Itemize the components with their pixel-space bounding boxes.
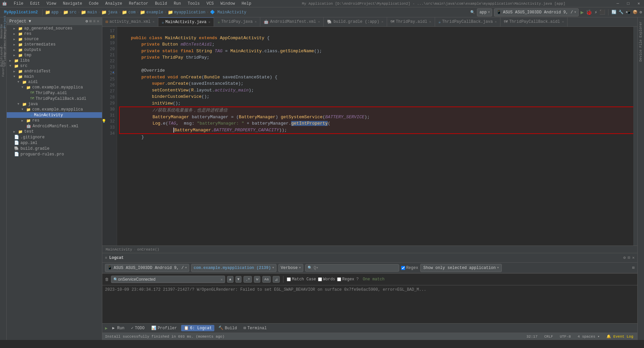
- logcat-settings-icon[interactable]: ⚙: [623, 255, 626, 260]
- tree-item-intermediates[interactable]: ▶ 📁 intermediates: [7, 42, 102, 47]
- menu-navigate[interactable]: Navigate: [61, 1, 84, 7]
- minimize-button[interactable]: ─: [614, 1, 621, 6]
- device-dropdown[interactable]: 📱 ASUS ASUS_I003DD Android 9, / ▼: [494, 8, 578, 16]
- menu-edit[interactable]: Edit: [29, 1, 41, 7]
- match-case-label[interactable]: Match Case: [287, 277, 316, 282]
- code-content[interactable]: public class MainActivity extends AppCom…: [117, 27, 633, 246]
- gradle-sync-button[interactable]: 🔧: [619, 10, 624, 15]
- tab-mainactivity-java[interactable]: ☕ MainActivity.java ✕: [158, 17, 214, 26]
- menu-help[interactable]: Help: [240, 1, 253, 7]
- words-checkbox[interactable]: [318, 277, 322, 281]
- close-button[interactable]: ✕: [636, 1, 642, 6]
- logcat-layout-icon[interactable]: ⊞: [632, 265, 635, 270]
- tab-androidmanifest-xml[interactable]: 🤖 AndroidManifest.xml ✕: [260, 17, 324, 26]
- right-tab-device-file[interactable]: Device File Explorer: [638, 19, 644, 64]
- regex-checkbox[interactable]: [401, 266, 405, 270]
- tree-item-thridpaycallback-aidl[interactable]: 🗺 ThridPayCallBack.aidl: [7, 96, 102, 101]
- run-button[interactable]: ▶: [581, 9, 584, 16]
- menu-vcs[interactable]: VCS: [205, 1, 215, 7]
- sdk-manager-button[interactable]: 📦: [633, 10, 638, 15]
- menu-run[interactable]: Run: [172, 1, 182, 7]
- tree-item-outputs[interactable]: ▶ 📁 outputs: [7, 47, 102, 53]
- tab-close[interactable]: ✕: [318, 20, 320, 24]
- breadcrumb-mainactivity[interactable]: MainActivity: [106, 248, 132, 252]
- scroll-gutter[interactable]: [633, 27, 637, 246]
- help-icon[interactable]: ?: [356, 277, 359, 282]
- project-expand-icon[interactable]: ≡: [93, 19, 96, 24]
- tree-item-source[interactable]: ▶ 📁 source: [7, 37, 102, 42]
- logcat-device-dropdown[interactable]: 📱 ASUS ASUS_I003DD Android 9, / ▼: [105, 264, 189, 272]
- tree-item-libs[interactable]: ▶ 📁 libs: [7, 58, 102, 63]
- menu-tools[interactable]: Tools: [186, 1, 201, 7]
- search-everywhere-icon[interactable]: 🔍: [470, 10, 475, 14]
- settings-button[interactable]: ⚙: [640, 10, 642, 15]
- match-case-toggle-btn[interactable]: Aa: [262, 276, 271, 283]
- project-layout-icon[interactable]: ⊞: [89, 19, 92, 24]
- tree-item-com-java[interactable]: ▼ 📁 com.example.myapplica: [7, 107, 102, 112]
- tree-item-mainactivity[interactable]: ☕ MainActivity: [7, 112, 102, 118]
- avd-button[interactable]: 📲: [626, 10, 631, 15]
- tree-item-thridpay-aidl[interactable]: 🗺 ThridPay.aidl: [7, 90, 102, 96]
- regex-match-btn[interactable]: .*: [244, 276, 252, 283]
- tree-item-ap-generated[interactable]: ▶ 📁 ap_generated_sources: [7, 26, 102, 31]
- tree-item-proguard[interactable]: 📄 proguard-rules.pro: [7, 151, 102, 157]
- tree-item-res-main[interactable]: ▶ 📁 res: [7, 118, 102, 123]
- breadcrumb-main[interactable]: main: [87, 10, 97, 15]
- filter-clear-icon[interactable]: ✕: [220, 277, 223, 282]
- event-log-button[interactable]: 🔔 Event Log: [605, 334, 635, 339]
- tab-close[interactable]: ✕: [495, 20, 497, 24]
- tab-activity-main-xml[interactable]: ⊡ activity_main.xml ✕: [102, 17, 158, 26]
- logcat-level-dropdown[interactable]: Verbose ▼: [278, 264, 303, 272]
- tree-item-main[interactable]: ▼ 📁 main: [7, 74, 102, 79]
- maximize-button[interactable]: □: [625, 1, 632, 6]
- app-dropdown[interactable]: app ▼: [477, 8, 492, 16]
- terminal-btn[interactable]: ⊡ Terminal: [241, 325, 269, 331]
- status-line-ending[interactable]: CRLF: [543, 335, 554, 339]
- logcat-pin-icon[interactable]: ≡: [105, 256, 107, 260]
- menu-refactor[interactable]: Refactor: [127, 1, 150, 7]
- logcat-search-box[interactable]: 🔍 Q▾: [305, 264, 399, 272]
- regex-label-search[interactable]: Regex: [337, 277, 354, 282]
- tree-item-aidl[interactable]: ▼ 📁 aidl: [7, 79, 102, 85]
- tree-item-res[interactable]: ▶ 📁 res: [7, 31, 102, 37]
- tree-item-com-aidl[interactable]: ▼ 📁 com.example.myapplica: [7, 85, 102, 90]
- logcat-maximize-icon[interactable]: ⊡: [628, 255, 630, 260]
- tree-item-gitignore[interactable]: 📄 .gitignore: [7, 134, 102, 140]
- tab-thridpaycallback-aidl[interactable]: 🗺 ThridPayCallBack.aidl ✕: [500, 17, 568, 26]
- breadcrumb-example[interactable]: example: [146, 10, 163, 15]
- sync-button[interactable]: 🔄: [611, 10, 616, 15]
- code-editor[interactable]: 17 18 19 20 21 22 23 24 ● 25 26 27 28 29…: [102, 27, 637, 246]
- tab-close[interactable]: ✕: [208, 20, 210, 24]
- left-tab-favorites[interactable]: Favorites: [0, 66, 6, 72]
- todo-btn[interactable]: ✓ TODO: [128, 325, 147, 331]
- show-only-btn[interactable]: Show only selected application ▼: [420, 264, 502, 272]
- run-bottom-btn[interactable]: ▶ Run: [110, 325, 127, 331]
- words-label[interactable]: Words: [318, 277, 335, 282]
- tree-item-src[interactable]: ▼ 📁 src: [7, 63, 102, 69]
- match-word-btn[interactable]: W: [254, 276, 260, 283]
- tab-close[interactable]: ✕: [381, 20, 383, 24]
- attach-button[interactable]: ⚡: [594, 9, 597, 15]
- tab-close[interactable]: ✕: [562, 20, 564, 24]
- menu-build[interactable]: Build: [154, 1, 168, 7]
- project-name-badge[interactable]: MyApplication2: [2, 9, 40, 15]
- breadcrumb-oncreate[interactable]: onCreate(): [137, 248, 159, 252]
- tree-item-buildgradle[interactable]: 🐘 build.gradle: [7, 146, 102, 151]
- profiler-btn[interactable]: 📊 Profiler: [149, 325, 180, 331]
- status-position[interactable]: 32:17: [525, 335, 539, 339]
- tab-close[interactable]: ✕: [429, 20, 431, 24]
- breadcrumb-java[interactable]: java: [108, 10, 117, 15]
- status-encoding[interactable]: UTF-8: [558, 335, 572, 339]
- breadcrumb-myapplication[interactable]: myapplication: [174, 10, 206, 15]
- tab-thridpaycallback-java[interactable]: ☕ ThridPayCallBack.java ✕: [435, 17, 501, 26]
- tab-thridpay-aidl[interactable]: 🗺 ThridPay.aidl ✕: [387, 17, 435, 26]
- logcat-bottom-btn[interactable]: 📋 6: Logcat: [181, 325, 215, 331]
- tree-item-androidtest[interactable]: ▶ 📁 androidTest: [7, 69, 102, 74]
- logcat-filter-input-box[interactable]: 🔍 ✕: [111, 276, 225, 283]
- filter-btn[interactable]: ⊿: [273, 276, 280, 283]
- tab-build-gradle[interactable]: 🐘 build.gradle (:app) ✕: [324, 17, 387, 26]
- tree-item-appiml[interactable]: 📄 app.iml: [7, 140, 102, 146]
- debug-button[interactable]: 🐞: [586, 9, 592, 16]
- menu-analyze[interactable]: Analyze: [104, 1, 123, 7]
- menu-window[interactable]: Window: [219, 1, 236, 7]
